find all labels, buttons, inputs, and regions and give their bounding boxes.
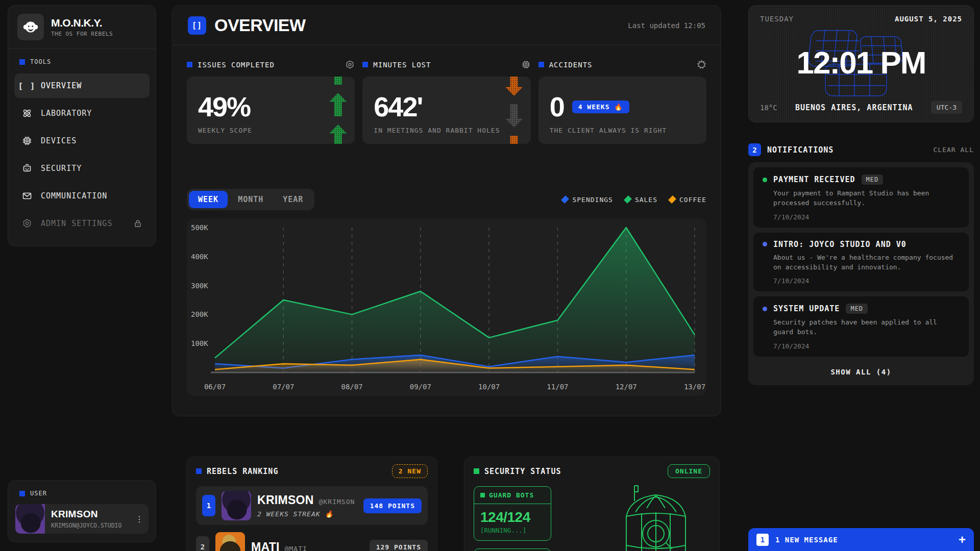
security-status-panel: SECURITY STATUS ONLINE GUARD BOTS 124/12… — [464, 457, 720, 551]
weekday: TUESDAY — [760, 15, 794, 23]
notifications-header: 2 NOTIFICATIONS CLEAR ALL — [748, 143, 974, 156]
show-all-button[interactable]: SHOW ALL (4) — [753, 362, 969, 380]
burst-icon[interactable] — [697, 60, 706, 69]
notification-date: 7/10/2024 — [773, 213, 960, 221]
status-dot — [763, 178, 767, 182]
tab-week[interactable]: WEEK — [189, 191, 228, 208]
svg-text:200K: 200K — [191, 310, 208, 318]
status-dot — [763, 307, 767, 311]
area-chart: 100K200K300K400K500K06/0707/0708/0709/07… — [187, 218, 706, 396]
main-header: [] OVERVIEW Last updated 12:05 — [173, 6, 721, 45]
svg-text:06/07: 06/07 — [204, 383, 226, 391]
svg-text:300K: 300K — [191, 282, 208, 290]
message-text: 1 NEW MESSAGE — [775, 536, 838, 544]
app-subtitle: THE OS FOR REBELS — [51, 31, 113, 37]
blue-square-bullet — [538, 62, 544, 67]
tools-section-label: TOOLS — [8, 49, 156, 70]
ranking-title: REBELS RANKING — [196, 467, 278, 476]
new-count-badge: 2 NEW — [392, 464, 428, 478]
user-section-label: USER — [15, 487, 149, 499]
points-badge: 129 POINTS — [370, 540, 428, 551]
clear-all-button[interactable]: CLEAR ALL — [934, 146, 974, 154]
svg-text:12/07: 12/07 — [616, 383, 637, 391]
sidebar-item-laboratory[interactable]: LABORATORY — [14, 101, 150, 126]
brackets-icon: [ ] — [21, 81, 33, 91]
sidebar-item-communication[interactable]: COMMUNICATION — [14, 184, 150, 208]
message-count-badge: 1 — [756, 534, 769, 546]
tab-year[interactable]: YEAR — [274, 191, 312, 208]
notification-payment-received[interactable]: PAYMENT RECEIVED MED Your payment to Ram… — [753, 167, 969, 228]
guard-bots-state: [RUNNING...] — [474, 527, 551, 540]
blue-square-bullet — [19, 491, 25, 496]
clock-time: 12:01 PM — [749, 44, 973, 81]
overview-brackets-icon: [] — [188, 16, 206, 35]
green-square-bullet — [480, 493, 485, 497]
legend-spendings[interactable]: SPENDINGS — [562, 196, 612, 204]
plus-icon[interactable]: + — [959, 533, 966, 547]
ranking-row-1[interactable]: 1 KRIMSON @KRIMSON 2 WEEKS STREAK 🔥 148 … — [196, 486, 428, 525]
guard-bots-box: GUARD BOTS 124/124 [RUNNING...] — [474, 486, 551, 541]
online-badge: ONLINE — [668, 464, 710, 478]
new-message-bar[interactable]: 1 1 NEW MESSAGE + — [748, 528, 974, 551]
stats-row: ISSUES COMPLETED 49% WEEKLY SCOPE — [173, 45, 721, 144]
atom-icon — [21, 108, 33, 118]
ranking-row-2[interactable]: 2 MATI @MATI 129 POINTS — [196, 532, 428, 551]
notification-count-badge: 2 — [748, 143, 761, 156]
tab-month[interactable]: MONTH — [229, 191, 273, 208]
blue-square-bullet — [19, 59, 25, 65]
monkey-logo-icon — [17, 14, 44, 40]
priority-badge: MED — [846, 304, 868, 314]
hex-gear-icon — [21, 218, 33, 229]
rebels-ranking-panel: REBELS RANKING 2 NEW 1 KRIMSON @KRIMSON … — [186, 457, 437, 551]
svg-text:08/07: 08/07 — [341, 383, 362, 391]
trend-up-arrows — [329, 77, 347, 144]
svg-text:11/07: 11/07 — [547, 383, 568, 391]
avatar — [222, 491, 251, 520]
temperature: 18°C — [760, 104, 777, 112]
trend-down-arrows — [505, 77, 523, 144]
timezone-badge: UTC-3 — [931, 101, 962, 114]
priority-badge: MED — [862, 174, 884, 185]
user-menu-dots-icon[interactable]: ⋮ — [130, 504, 149, 534]
user-profile[interactable]: KRIMSON KRIMSON@JOYCO.STUDIO ⋮ — [15, 504, 149, 534]
notification-date: 7/10/2024 — [773, 342, 960, 350]
legend-sales[interactable]: SALES — [625, 196, 657, 204]
avatar — [215, 532, 245, 551]
gear-icon[interactable] — [345, 60, 355, 69]
chart-section: WEEK MONTH YEAR SPENDINGS SALES COFFEE — [173, 144, 721, 396]
lock-icon — [133, 219, 142, 228]
diamond-icon — [668, 195, 676, 204]
notification-system-update[interactable]: SYSTEM UPDATE MED Security patches have … — [753, 296, 969, 357]
notification-body: About us - We're a healthcare company fo… — [773, 253, 960, 272]
stat-value: 0 — [550, 93, 564, 120]
page-title: OVERVIEW — [214, 15, 306, 35]
stat-sublabel: IN MEETINGS AND RABBIT HOLES — [374, 127, 519, 134]
main-panel: [] OVERVIEW Last updated 12:05 ISSUES CO… — [172, 5, 721, 416]
rebel-handle: @MATI — [285, 545, 307, 551]
user-avatar — [15, 504, 45, 534]
stat-sublabel: WEEKLY SCOPE — [198, 127, 344, 134]
rebel-name: KRIMSON — [257, 493, 314, 507]
diamond-icon — [561, 195, 569, 204]
range-tabs: WEEK MONTH YEAR — [187, 189, 314, 210]
legend-coffee[interactable]: COFFEE — [670, 196, 706, 204]
app-title: M.O.N.K.Y. — [51, 17, 113, 29]
guard-bots-count: 124/124 — [474, 504, 551, 527]
sidebar: M.O.N.K.Y. THE OS FOR REBELS TOOLS [ ] O… — [8, 5, 156, 546]
notifications-title: NOTIFICATIONS — [767, 145, 834, 155]
svg-text:09/07: 09/07 — [410, 383, 431, 391]
svg-text:13/07: 13/07 — [684, 383, 705, 391]
cpu-icon[interactable] — [521, 60, 531, 69]
guard-bot-wireframe — [615, 477, 697, 551]
sidebar-item-admin-settings[interactable]: ADMIN SETTINGS — [14, 211, 150, 236]
last-updated: Last updated 12:05 — [628, 21, 705, 30]
location: BUENOS AIRES, ARGENTINA — [795, 103, 913, 112]
notification-intro[interactable]: INTRO: JOYCO STUDIO AND V0 About us - We… — [753, 233, 969, 292]
sidebar-item-security[interactable]: SECURITY — [14, 156, 150, 181]
sidebar-item-devices[interactable]: DEVICES — [14, 129, 150, 153]
stat-issues-completed: ISSUES COMPLETED 49% WEEKLY SCOPE — [187, 60, 355, 144]
user-card: USER KRIMSON KRIMSON@JOYCO.STUDIO ⋮ — [8, 480, 156, 542]
diamond-icon — [624, 195, 632, 204]
stat-value: 642' — [374, 93, 519, 120]
sidebar-item-overview[interactable]: [ ] OVERVIEW — [14, 73, 150, 98]
